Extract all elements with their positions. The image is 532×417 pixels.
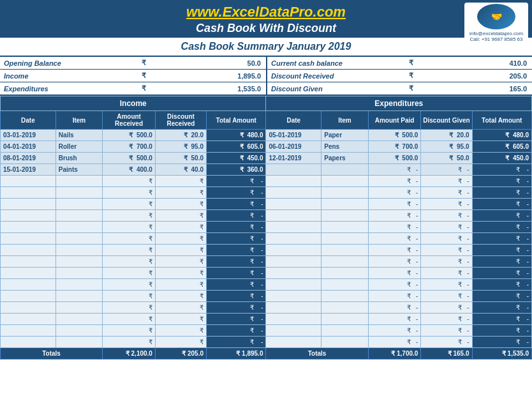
income-discount-header: Discount Received: [155, 111, 206, 130]
income-item-cell: [55, 291, 102, 302]
exp-discount-cell: ₹ 20.0: [421, 130, 472, 141]
income-item-cell: [55, 187, 102, 199]
income-item-header: Item: [55, 111, 102, 130]
discount-given-label: Discount Given: [267, 83, 408, 95]
exp-item-cell: [321, 164, 368, 176]
income-total-cell: ₹ -: [207, 199, 266, 210]
exp-item-cell: Papers: [321, 153, 368, 164]
income-amount-cell: ₹: [103, 325, 156, 337]
exp-total-cell: ₹ -: [472, 245, 532, 256]
exp-amount-cell: ₹ -: [368, 279, 421, 291]
income-date-cell: 08-01-2019: [1, 153, 56, 164]
exp-total-cell: ₹ -: [472, 279, 532, 291]
exp-item-cell: [321, 210, 368, 222]
income-amount-cell: ₹: [103, 245, 156, 256]
exp-date-cell: [266, 222, 321, 233]
exp-discount-cell: ₹ -: [421, 291, 472, 302]
exp-total-cell: ₹ 605.0: [472, 141, 532, 153]
income-total-cell: ₹ -: [207, 291, 266, 302]
income-item-cell: [55, 199, 102, 210]
exp-total-cell: ₹ -: [472, 268, 532, 279]
table-row: 15-01-2019 Paints ₹ 400.0 ₹ 40.0 ₹ 360.0…: [1, 164, 532, 176]
income-total-cell: ₹ -: [207, 233, 266, 245]
exp-item-cell: [321, 176, 368, 187]
income-total-cell: ₹ -: [207, 337, 266, 348]
exp-amount-cell: ₹ 700.0: [368, 141, 421, 153]
income-amount-cell: ₹ 400.0: [103, 164, 156, 176]
income-date-cell: [1, 233, 56, 245]
exp-discount-cell: ₹ -: [421, 302, 472, 314]
cash-balance-label: Current cash balance: [267, 57, 408, 69]
exp-date-cell: 06-01-2019: [266, 141, 321, 153]
exp-amount-cell: ₹ -: [368, 256, 421, 268]
exp-date-cell: [266, 268, 321, 279]
income-discount-cell: ₹: [155, 187, 206, 199]
exp-total-cell: ₹ -: [472, 337, 532, 348]
summary-discount-received: Discount Received ₹ 205.0: [267, 70, 532, 82]
summary-grid: Opening Balance ₹ 50.0 Income ₹ 1,895.0 …: [0, 57, 532, 96]
income-total-cell: ₹ -: [207, 187, 266, 199]
summary-cash-balance: Current cash balance ₹ 410.0: [267, 57, 532, 70]
income-value: 1,895.0: [153, 70, 266, 82]
exp-totals-total: ₹ 1,535.0: [472, 348, 532, 360]
expenditures-label: Expenditures: [0, 83, 140, 95]
table-row: ₹ ₹ ₹ - ₹ - ₹ - ₹ -: [1, 176, 532, 187]
table-row: 08-01-2019 Brush ₹ 500.0 ₹ 50.0 ₹ 450.0 …: [1, 153, 532, 164]
income-item-cell: [55, 314, 102, 325]
exp-total-cell: ₹ -: [472, 222, 532, 233]
income-total-cell: ₹ -: [207, 176, 266, 187]
logo-box: 🤝 info@exceldatapro.com Call: +91 9687 8…: [464, 3, 528, 43]
income-discount-cell: ₹: [155, 302, 206, 314]
table-row: ₹ ₹ ₹ - ₹ - ₹ - ₹ -: [1, 291, 532, 302]
exp-item-cell: [321, 279, 368, 291]
income-item-cell: [55, 268, 102, 279]
income-amount-cell: ₹ 500.0: [103, 130, 156, 141]
exp-discount-cell: ₹ 50.0: [421, 153, 472, 164]
table-row: 03-01-2019 Nails ₹ 500.0 ₹ 20.0 ₹ 480.0 …: [1, 130, 532, 141]
exp-discount-cell: ₹ -: [421, 245, 472, 256]
income-discount-cell: ₹: [155, 256, 206, 268]
income-total-header: Total Amount: [207, 111, 266, 130]
income-amount-cell: ₹: [103, 314, 156, 325]
income-date-cell: [1, 199, 56, 210]
exp-amount-cell: ₹ -: [368, 325, 421, 337]
income-discount-cell: ₹: [155, 233, 206, 245]
income-total-cell: ₹ -: [207, 210, 266, 222]
income-label: Income: [0, 70, 140, 82]
income-item-cell: [55, 233, 102, 245]
table-row: ₹ ₹ ₹ - ₹ - ₹ - ₹ -: [1, 187, 532, 199]
income-discount-cell: ₹: [155, 210, 206, 222]
main-title: Cash Book With Discount: [3, 22, 529, 35]
exp-amount-cell: ₹ -: [368, 337, 421, 348]
exp-amount-cell: ₹ 500.0: [368, 130, 421, 141]
exp-amount-cell: ₹ -: [368, 222, 421, 233]
income-discount-cell: ₹: [155, 279, 206, 291]
discount-received-value: 205.0: [420, 70, 532, 82]
exp-date-cell: [266, 210, 321, 222]
discount-received-currency: ₹: [408, 70, 420, 82]
exp-total-cell: ₹ 480.0: [472, 130, 532, 141]
expenditures-value: 1,535.0: [153, 83, 266, 95]
income-total-cell: ₹ -: [207, 245, 266, 256]
exp-discount-cell: ₹ -: [421, 256, 472, 268]
exp-item-cell: [321, 187, 368, 199]
income-amount-header: Amount Received: [103, 111, 156, 130]
summary-opening-balance: Opening Balance ₹ 50.0: [0, 57, 266, 70]
income-date-cell: [1, 222, 56, 233]
income-date-cell: [1, 256, 56, 268]
table-row: ₹ ₹ ₹ - ₹ - ₹ - ₹ -: [1, 268, 532, 279]
income-discount-cell: ₹: [155, 291, 206, 302]
exp-discount-cell: ₹ -: [421, 210, 472, 222]
exp-discount-cell: ₹ -: [421, 279, 472, 291]
income-amount-cell: ₹: [103, 199, 156, 210]
income-discount-cell: ₹: [155, 222, 206, 233]
exp-item-cell: [321, 325, 368, 337]
logo-icon: 🤝: [477, 4, 515, 29]
exp-item-header: Item: [321, 111, 368, 130]
exp-date-cell: [266, 199, 321, 210]
income-discount-cell: ₹: [155, 245, 206, 256]
exp-total-cell: ₹ -: [472, 210, 532, 222]
income-totals-discount: ₹ 205.0: [155, 348, 206, 360]
discount-given-value: 165.0: [420, 83, 532, 95]
income-item-cell: Roller: [55, 141, 102, 153]
